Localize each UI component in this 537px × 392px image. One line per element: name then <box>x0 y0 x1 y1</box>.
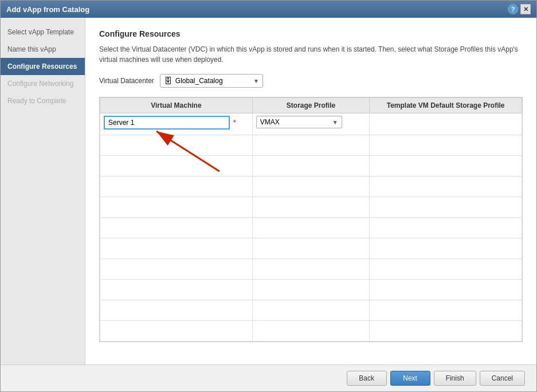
cancel-button[interactable]: Cancel <box>480 371 525 386</box>
sidebar-item-name-vapp[interactable]: Name this vApp <box>1 41 85 58</box>
title-bar: Add vApp from Catalog ? ✕ <box>1 1 536 18</box>
empty-row <box>100 135 522 156</box>
help-icon[interactable]: ? <box>508 4 518 14</box>
empty-row <box>100 156 522 177</box>
datacenter-icon: 🗄 <box>164 76 172 85</box>
vdc-label: Virtual Datacenter <box>99 77 154 85</box>
vm-name-cell: * <box>100 113 253 135</box>
vdc-select[interactable]: 🗄 Global_Catalog ▼ <box>160 74 263 88</box>
storage-profile-select[interactable]: VMAX ▼ <box>256 116 342 128</box>
title-bar-left: Add vApp from Catalog <box>6 5 89 14</box>
col-header-template-storage: Template VM Default Storage Profile <box>370 98 522 113</box>
storage-profile-value: VMAX <box>260 118 330 126</box>
vdc-row: Virtual Datacenter 🗄 Global_Catalog ▼ <box>99 74 523 88</box>
empty-row <box>100 300 522 321</box>
sidebar-item-ready-to-complete: Ready to Complete <box>1 92 85 109</box>
resources-table: Virtual Machine Storage Profile Template… <box>100 97 522 342</box>
table-row: * VMAX ▼ <box>100 113 522 135</box>
empty-row <box>100 238 522 259</box>
table-wrapper: Virtual Machine Storage Profile Template… <box>99 97 523 353</box>
footer: Back Next Finish Cancel <box>1 364 536 391</box>
storage-profile-cell: VMAX ▼ <box>252 113 369 135</box>
main-content: Configure Resources Select the Virtual D… <box>85 18 536 364</box>
template-storage-cell <box>370 113 522 135</box>
sidebar-item-select-template[interactable]: Select vApp Template <box>1 23 85 41</box>
description: Select the Virtual Datacenter (VDC) in w… <box>99 44 523 65</box>
next-button[interactable]: Next <box>390 371 430 386</box>
vm-name-input[interactable] <box>104 116 230 130</box>
finish-button[interactable]: Finish <box>434 371 476 386</box>
dialog-title: Add vApp from Catalog <box>6 5 89 14</box>
vdc-dropdown-arrow-icon: ▼ <box>253 78 259 84</box>
required-star: * <box>233 118 236 127</box>
empty-row <box>100 259 522 280</box>
close-icon[interactable]: ✕ <box>520 4 531 14</box>
back-button[interactable]: Back <box>347 371 387 386</box>
sidebar: Select vApp Template Name this vApp Conf… <box>1 18 85 364</box>
sidebar-item-configure-resources[interactable]: Configure Resources <box>1 58 85 75</box>
empty-row <box>100 280 522 300</box>
table-container: Virtual Machine Storage Profile Template… <box>99 97 523 342</box>
add-vapp-dialog: Add vApp from Catalog ? ✕ Select vApp Te… <box>0 0 537 392</box>
section-title: Configure Resources <box>99 29 523 38</box>
empty-row <box>100 177 522 197</box>
col-header-storage-profile: Storage Profile <box>252 98 369 113</box>
sidebar-item-configure-networking: Configure Networking <box>1 75 85 92</box>
vdc-select-value: Global_Catalog <box>175 77 250 85</box>
content-area: Select vApp Template Name this vApp Conf… <box>1 18 536 364</box>
empty-row <box>100 321 522 342</box>
col-header-virtual-machine: Virtual Machine <box>100 98 253 113</box>
storage-dropdown-arrow-icon: ▼ <box>332 119 338 126</box>
title-bar-icons: ? ✕ <box>508 4 531 14</box>
empty-row <box>100 218 522 238</box>
empty-row <box>100 197 522 218</box>
